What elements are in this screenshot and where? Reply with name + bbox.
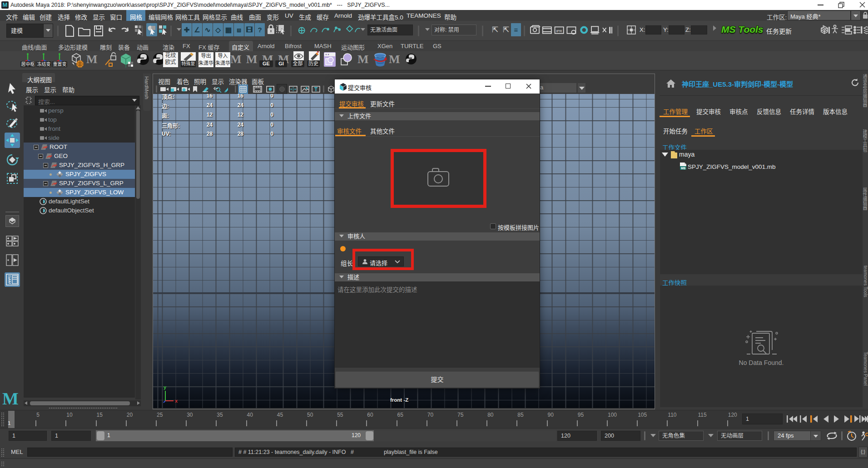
svg-text:IPR: IPR [556, 29, 562, 33]
svg-text:y: y [164, 384, 167, 390]
svg-text:x: x [175, 398, 178, 404]
svg-text:MB: MB [681, 167, 685, 170]
